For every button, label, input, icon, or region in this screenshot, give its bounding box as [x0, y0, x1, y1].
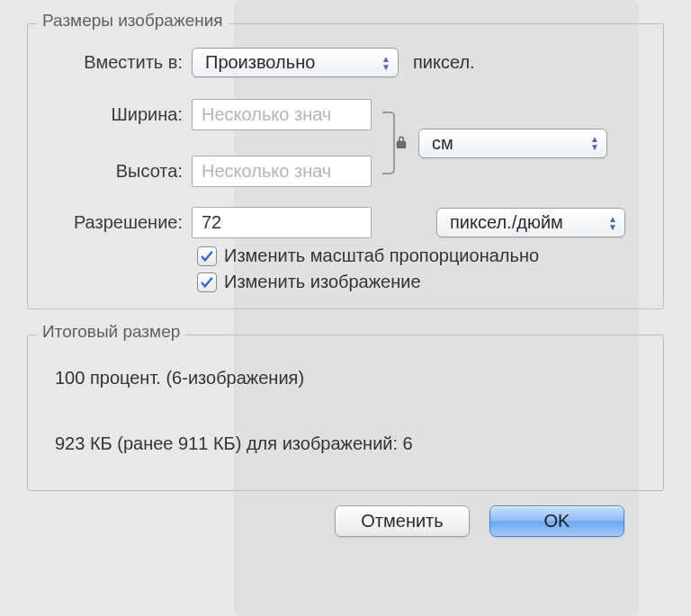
resample-label: Изменить изображение: [224, 272, 421, 292]
resolution-label: Разрешение:: [48, 212, 183, 233]
dimension-unit-value: см: [432, 133, 453, 154]
ok-button[interactable]: OK: [489, 505, 624, 537]
lock-icon: [393, 135, 409, 151]
fit-into-select[interactable]: Произвольно ▲▼: [192, 48, 399, 77]
image-sizes-legend: Размеры изображения: [37, 11, 229, 31]
updown-icon: ▲▼: [590, 135, 599, 151]
result-line-size: 923 КБ (ранее 911 КБ) для изображений: 6: [55, 433, 643, 454]
cancel-button[interactable]: Отменить: [335, 505, 470, 537]
resample-row: Изменить изображение: [197, 272, 643, 292]
dialog-buttons: Отменить OK: [27, 491, 664, 537]
fit-into-label: Вместить в:: [48, 52, 183, 73]
dimensions-left: Ширина: Высота:: [48, 99, 372, 187]
image-sizes-group: Размеры изображения Вместить в: Произвол…: [27, 23, 664, 309]
height-label: Высота:: [48, 161, 183, 182]
scale-proportionally-label: Изменить масштаб пропорционально: [224, 246, 539, 266]
resolution-unit-select[interactable]: пиксел./дюйм ▲▼: [436, 208, 625, 237]
updown-icon: ▲▼: [381, 55, 390, 71]
fit-into-value: Произвольно: [205, 52, 315, 73]
check-icon: [199, 274, 215, 290]
resolution-input[interactable]: [192, 207, 372, 238]
width-input[interactable]: [192, 99, 372, 130]
dimensions-wrap: Ширина: Высота: см ▲▼: [48, 99, 643, 187]
link-bracket: [382, 106, 406, 180]
result-group: Итоговый размер 100 процент. (6-изображе…: [27, 335, 664, 491]
height-input[interactable]: [192, 156, 372, 187]
height-row: Высота:: [48, 156, 372, 187]
scale-proportionally-checkbox[interactable]: [197, 246, 217, 266]
scale-proportionally-row: Изменить масштаб пропорционально: [197, 246, 643, 266]
resolution-row: Разрешение: пиксел./дюйм ▲▼: [48, 207, 643, 238]
width-row: Ширина:: [48, 99, 372, 130]
updown-icon: ▲▼: [608, 215, 617, 231]
dimension-unit-select[interactable]: см ▲▼: [418, 129, 607, 158]
result-line-percent: 100 процент. (6-изображения): [55, 368, 643, 388]
fit-into-unit: пиксел.: [413, 52, 475, 73]
resolution-unit-value: пиксел./дюйм: [450, 212, 563, 233]
resample-checkbox[interactable]: [197, 272, 217, 292]
width-label: Ширина:: [48, 104, 183, 125]
fit-into-row: Вместить в: Произвольно ▲▼ пиксел.: [48, 48, 643, 77]
check-icon: [199, 248, 215, 264]
result-legend: Итоговый размер: [37, 322, 185, 342]
image-size-dialog: Размеры изображения Вместить в: Произвол…: [0, 0, 691, 537]
